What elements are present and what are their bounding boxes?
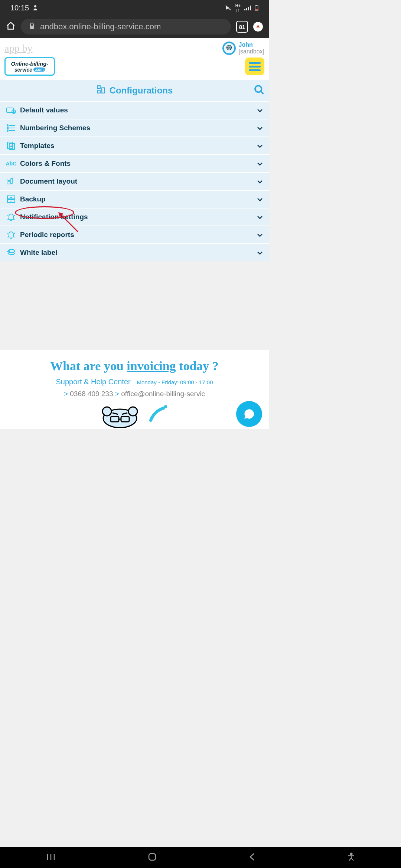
android-status-bar: 10:15 H+↓↑: [0, 0, 269, 16]
config-item-label: Periodic reports: [20, 231, 74, 239]
footer-headline-post: today ?: [176, 359, 219, 373]
svg-rect-4: [248, 7, 249, 10]
chevron-down-icon: [257, 213, 263, 221]
browser-update-button[interactable]: [253, 22, 263, 32]
svg-text:2: 2: [7, 127, 9, 129]
config-item-white-label[interactable]: White label: [0, 243, 269, 261]
main-menu-button[interactable]: [245, 57, 264, 75]
chevron-icon: >: [115, 390, 119, 398]
vibrate-mute-icon: [225, 5, 232, 11]
tab-count: 81: [239, 24, 245, 30]
svg-point-11: [227, 47, 229, 48]
svg-rect-15: [102, 88, 105, 93]
browser-tab-switcher[interactable]: 81: [236, 21, 248, 33]
signal-icon: [244, 5, 251, 10]
footer-headline-pre: What are you: [50, 359, 127, 373]
svg-point-48: [164, 405, 167, 408]
battery-low-icon: [255, 5, 258, 11]
chevron-icon: >: [64, 390, 68, 398]
bell-icon: [5, 213, 17, 221]
layout-icon: [5, 177, 17, 185]
abc-icon: AbC: [5, 161, 17, 167]
app-by-label: app by: [4, 42, 32, 54]
config-item-templates[interactable]: Templates: [0, 137, 269, 154]
config-item-label: White label: [20, 249, 57, 257]
money-card-icon: 1: [5, 106, 17, 114]
chevron-down-icon: [257, 160, 263, 168]
logo-suffix: .com: [33, 68, 45, 72]
user-account-button[interactable]: John [sandbox]: [222, 42, 264, 55]
svg-point-16: [255, 86, 262, 92]
configurations-icon: [96, 85, 106, 96]
svg-point-12: [229, 47, 231, 48]
config-item-label: Templates: [20, 142, 55, 150]
config-item-label: Numbering Schemes: [20, 124, 90, 132]
footer-email[interactable]: office@online-billing-servic: [121, 390, 205, 398]
chevron-down-icon: [257, 177, 263, 185]
config-item-label: Default values: [20, 106, 68, 114]
footer-phone[interactable]: 0368 409 233: [70, 390, 113, 398]
page-title-bar: Configurations: [0, 80, 269, 101]
svg-point-42: [128, 407, 137, 416]
config-item-document-layout[interactable]: Document layout: [0, 172, 269, 190]
browser-url-text: andbox.online-billing-service.com: [40, 22, 161, 32]
svg-rect-2: [244, 9, 245, 10]
logo-line1: Online-billing-: [11, 60, 49, 67]
chevron-down-icon: [257, 124, 263, 132]
search-button[interactable]: [253, 84, 264, 97]
drawer-icon: [5, 195, 17, 203]
chevron-down-icon: [257, 231, 263, 239]
browser-home-button[interactable]: [6, 21, 16, 32]
config-item-label: Colors & Fonts: [20, 160, 71, 168]
svg-rect-13: [97, 86, 100, 89]
config-item-colors-fonts[interactable]: AbCColors & Fonts: [0, 154, 269, 172]
svg-point-37: [9, 251, 10, 252]
svg-rect-8: [255, 9, 258, 10]
page-title: Configurations: [110, 85, 173, 96]
support-hours: Monday - Friday: 09:00 - 17:00: [137, 379, 213, 385]
config-item-label: Notification settings: [20, 213, 88, 221]
config-item-periodic-reports[interactable]: Periodic reports: [0, 226, 269, 243]
svg-text:3: 3: [7, 129, 9, 132]
config-item-notification-settings[interactable]: Notification settings: [0, 208, 269, 226]
svg-rect-3: [246, 8, 247, 10]
person-icon: [33, 5, 38, 11]
browser-toolbar: andbox.online-billing-service.com 81: [0, 16, 269, 38]
svg-text:1: 1: [13, 111, 14, 113]
chevron-down-icon: [257, 195, 263, 203]
config-item-default-values[interactable]: 1Default values: [0, 101, 269, 119]
logo-line2: service: [14, 67, 32, 73]
footer-headline: What are you invoicing today ?: [6, 359, 263, 373]
svg-text:1: 1: [7, 124, 9, 126]
svg-point-41: [102, 407, 111, 416]
user-avatar-icon: [222, 42, 236, 55]
browser-url-bar[interactable]: andbox.online-billing-service.com: [21, 19, 231, 34]
svg-rect-14: [97, 90, 100, 93]
status-time: 10:15: [10, 4, 29, 12]
support-link[interactable]: Support & Help Center: [56, 378, 130, 386]
chevron-down-icon: [257, 106, 263, 114]
mascot-point-icon: [147, 404, 169, 427]
footer-headline-emph: invoicing: [127, 359, 176, 373]
config-item-label: Backup: [20, 195, 46, 203]
page-footer: What are you invoicing today ? Support &…: [0, 350, 269, 429]
templates-icon: [5, 141, 17, 150]
user-name: John: [239, 42, 264, 48]
numbered-list-icon: 123: [5, 124, 17, 132]
blank-area: [0, 261, 269, 350]
chevron-down-icon: [257, 249, 263, 257]
mascot-bear-icon: [100, 402, 140, 429]
lock-icon: [29, 22, 35, 32]
site-logo[interactable]: Online-billing- service .com: [4, 57, 55, 76]
user-mode: [sandbox]: [239, 48, 264, 55]
svg-rect-5: [250, 6, 251, 10]
network-hplus-icon: H+↓↑: [235, 3, 241, 12]
svg-rect-9: [30, 26, 34, 29]
config-item-backup[interactable]: Backup: [0, 190, 269, 208]
chat-fab-button[interactable]: [236, 401, 262, 427]
svg-line-17: [261, 92, 263, 94]
config-list: 1Default values123Numbering SchemesTempl…: [0, 101, 269, 261]
chevron-down-icon: [257, 142, 263, 150]
config-item-numbering-schemes[interactable]: 123Numbering Schemes: [0, 119, 269, 137]
svg-point-0: [34, 5, 36, 7]
